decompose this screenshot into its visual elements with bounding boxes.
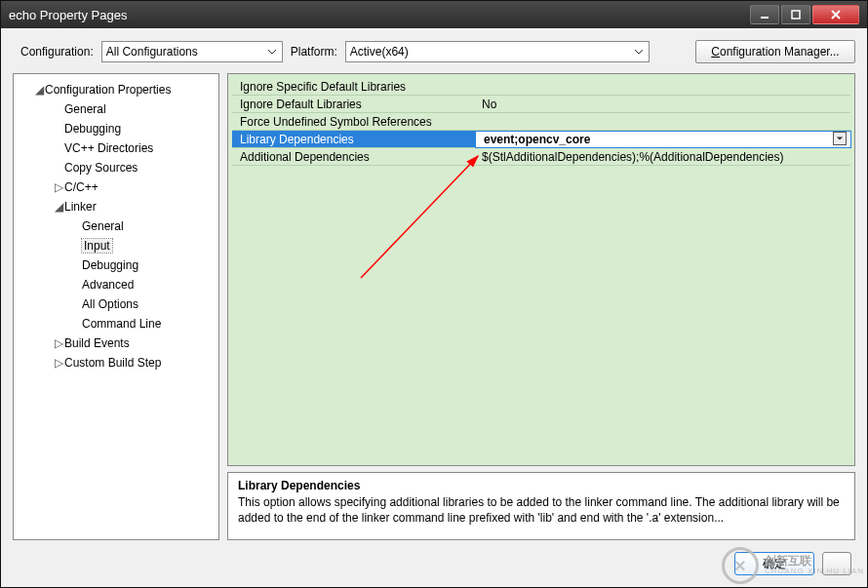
tree-item-label: Command Line (82, 317, 161, 331)
property-name: Force Undefined Symbol References (232, 115, 476, 129)
tree-item-all-options[interactable]: All Options (14, 294, 218, 314)
tree-twisty-icon: ▷ (53, 180, 64, 194)
tree-item-debugging[interactable]: Debugging (14, 255, 218, 275)
tree-item-label: Build Events (64, 336, 130, 350)
tree-item-command-line[interactable]: Command Line (14, 314, 218, 333)
tree-item-label: All Options (82, 297, 138, 311)
tree-item-label: Debugging (64, 122, 121, 136)
ok-button[interactable]: 确定 (734, 552, 814, 575)
close-button[interactable] (812, 5, 859, 24)
tree-root[interactable]: ◢ Configuration Properties (14, 80, 218, 99)
property-name: Ignore Default Libraries (232, 98, 476, 111)
tree-item-copy-sources[interactable]: Copy Sources (14, 158, 218, 177)
titlebar: echo Property Pages (1, 1, 867, 28)
tree-item-label: Input (82, 239, 112, 253)
property-row-ignore-default-libraries[interactable]: Ignore Default LibrariesNo (232, 96, 850, 113)
platform-label: Platform: (291, 45, 337, 59)
body: ◢ Configuration Properties GeneralDebugg… (1, 73, 867, 540)
property-row-library-dependencies[interactable]: Library Dependencies (232, 131, 850, 148)
property-pages-window: echo Property Pages Configuration: All C… (0, 0, 868, 588)
platform-value: Active(x64) (350, 45, 409, 59)
property-value: $(StlAdditionalDependencies);%(Additiona… (476, 150, 850, 164)
footer: 确定 (1, 540, 867, 587)
property-name: Ignore Specific Default Libraries (232, 80, 476, 94)
maximize-button[interactable] (781, 5, 810, 24)
tree-item-label: Linker (64, 200, 97, 214)
tree-item-label: General (64, 102, 106, 116)
svg-rect-1 (792, 11, 800, 19)
tree-item-debugging[interactable]: Debugging (14, 119, 218, 138)
configuration-value: All Configurations (106, 45, 198, 59)
property-value: No (476, 98, 850, 111)
right-stack: Ignore Specific Default LibrariesIgnore … (227, 73, 855, 540)
property-value-input[interactable] (482, 132, 831, 147)
configuration-combo[interactable]: All Configurations (101, 41, 283, 62)
tree-item-vc-directories[interactable]: VC++ Directories (14, 138, 218, 158)
property-name: Additional Dependencies (232, 150, 476, 164)
tree-item-input[interactable]: Input (14, 236, 218, 255)
tree-item-label: General (82, 219, 124, 233)
property-value[interactable] (476, 132, 850, 147)
property-row-ignore-specific-default-libraries[interactable]: Ignore Specific Default Libraries (232, 78, 850, 96)
tree-item-label: Advanced (82, 278, 134, 292)
property-row-force-undefined-symbol-references[interactable]: Force Undefined Symbol References (232, 113, 850, 131)
tree-item-advanced[interactable]: Advanced (14, 275, 218, 294)
window-title: echo Property Pages (9, 8, 127, 22)
tree-item-general[interactable]: General (14, 99, 218, 119)
description-panel: Library Dependencies This option allows … (227, 472, 855, 540)
tree-item-label: C/C++ (64, 180, 99, 194)
tree-item-c-c-[interactable]: ▷C/C++ (14, 177, 218, 197)
tree-twisty-icon: ▷ (53, 356, 64, 370)
property-name: Library Dependencies (232, 133, 476, 146)
platform-combo[interactable]: Active(x64) (345, 41, 650, 62)
tree-item-custom-build-step[interactable]: ▷Custom Build Step (14, 353, 218, 372)
tree-root-label: Configuration Properties (45, 83, 171, 97)
tree-item-linker[interactable]: ◢Linker (14, 197, 218, 216)
collapse-icon: ◢ (33, 83, 45, 97)
configuration-manager-button[interactable]: Configuration Manager... (695, 40, 855, 63)
description-title: Library Dependencies (238, 479, 845, 492)
tree-item-build-events[interactable]: ▷Build Events (14, 333, 218, 353)
tree-panel[interactable]: ◢ Configuration Properties GeneralDebugg… (13, 73, 219, 540)
tree-item-label: Copy Sources (64, 161, 138, 175)
dropdown-icon[interactable] (833, 132, 847, 145)
tree-item-label: VC++ Directories (64, 141, 153, 155)
window-buttons (748, 5, 859, 24)
property-grid[interactable]: Ignore Specific Default LibrariesIgnore … (227, 73, 855, 466)
minimize-button[interactable] (750, 5, 779, 24)
tree-item-label: Debugging (82, 258, 138, 272)
tree-twisty-icon: ◢ (53, 200, 64, 214)
chevron-down-icon (264, 44, 280, 59)
tree-item-general[interactable]: General (14, 216, 218, 236)
tree-twisty-icon: ▷ (53, 336, 64, 350)
configuration-label: Configuration: (20, 45, 94, 59)
property-row-additional-dependencies[interactable]: Additional Dependencies$(StlAdditionalDe… (232, 148, 850, 166)
tree-item-label: Custom Build Step (64, 356, 161, 370)
config-row: Configuration: All Configurations Platfo… (1, 28, 867, 73)
description-body: This option allows specifying additional… (238, 494, 845, 526)
chevron-down-icon (631, 44, 647, 59)
secondary-button-truncated[interactable] (822, 552, 851, 575)
